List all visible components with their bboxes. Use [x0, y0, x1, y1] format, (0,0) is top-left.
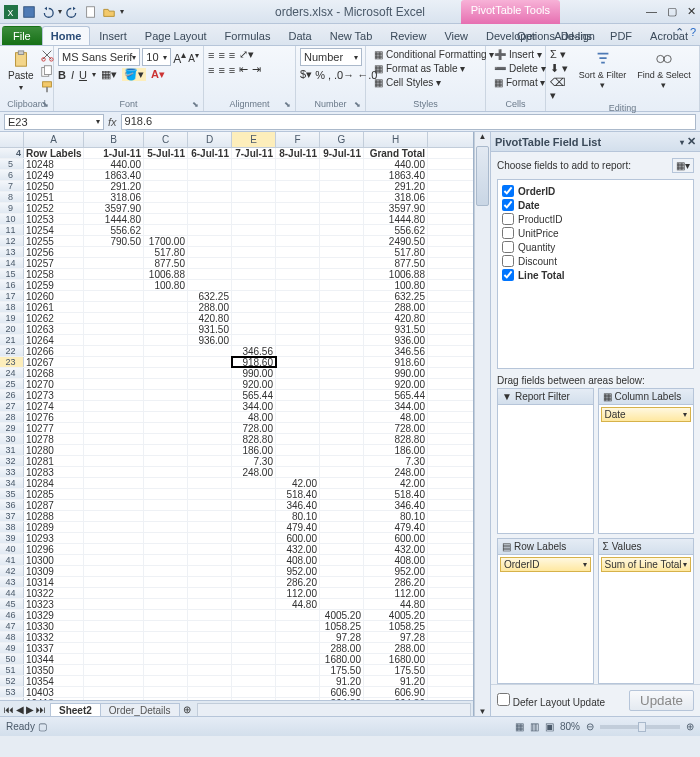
row-53[interactable]: 5310403606.90606.90	[0, 687, 473, 698]
fill-color-button[interactable]: 🪣▾	[122, 68, 146, 81]
row-52[interactable]: 521035491.2091.20	[0, 676, 473, 687]
row-11[interactable]: 1110254556.62556.62	[0, 225, 473, 236]
delete-cells-button[interactable]: ➖Delete ▾	[490, 62, 541, 75]
row-27[interactable]: 2710274344.00344.00	[0, 401, 473, 412]
tab-data[interactable]: Data	[279, 26, 320, 45]
tab-pdf[interactable]: PDF	[601, 26, 641, 45]
tab-new-tab[interactable]: New Tab	[321, 26, 382, 45]
row-24[interactable]: 2410268990.00990.00	[0, 368, 473, 379]
restore-button[interactable]: ▢	[667, 5, 677, 18]
row-15[interactable]: 15102581006.881006.88	[0, 269, 473, 280]
open-icon[interactable]	[102, 5, 116, 19]
row-labels-area-header[interactable]: ▤ Row Labels	[497, 538, 594, 555]
tab-file[interactable]: File	[2, 26, 42, 45]
font-size-combo[interactable]: 10▾	[142, 48, 171, 66]
formula-input[interactable]: 918.6	[121, 114, 696, 130]
scroll-up-icon[interactable]: ▲	[475, 132, 490, 141]
row-29[interactable]: 2910277728.00728.00	[0, 423, 473, 434]
row-5[interactable]: 510248440.00440.00	[0, 159, 473, 170]
panel-menu-icon[interactable]: ▾	[680, 138, 684, 147]
row-7[interactable]: 710250291.20291.20	[0, 181, 473, 192]
field-discount[interactable]: Discount	[502, 254, 689, 268]
currency-icon[interactable]: $▾	[300, 68, 312, 81]
align-left-icon[interactable]: ≡	[208, 64, 214, 76]
field-unitprice[interactable]: UnitPrice	[502, 226, 689, 240]
next-sheet-icon[interactable]: ▶	[26, 704, 34, 715]
row-37[interactable]: 371028880.1080.10	[0, 511, 473, 522]
scroll-thumb[interactable]	[476, 146, 489, 206]
report-filter-area[interactable]	[497, 405, 594, 534]
save-icon[interactable]	[22, 5, 36, 19]
sort-filter-button[interactable]: Sort & Filter ▾	[574, 48, 631, 92]
find-select-button[interactable]: Find & Select ▾	[633, 48, 695, 92]
redo-icon[interactable]	[66, 5, 80, 19]
number-format-combo[interactable]: Number▾	[300, 48, 362, 66]
indent-dec-icon[interactable]: ⇤	[239, 63, 248, 76]
zoom-out-button[interactable]: ⊖	[586, 721, 594, 732]
row-50[interactable]: 50103441680.001680.00	[0, 654, 473, 665]
row-40[interactable]: 4010296432.00432.00	[0, 544, 473, 555]
first-sheet-icon[interactable]: ⏮	[4, 704, 14, 715]
row-item-orderid[interactable]: OrderID▾	[500, 557, 591, 572]
tab-home[interactable]: Home	[42, 26, 91, 45]
zoom-level[interactable]: 80%	[560, 721, 580, 732]
row-26[interactable]: 2610273565.44565.44	[0, 390, 473, 401]
field-layout-button[interactable]: ▦▾	[672, 158, 694, 173]
row-13[interactable]: 1310256517.80517.80	[0, 247, 473, 258]
new-sheet-icon[interactable]: ⊕	[179, 704, 195, 715]
row-9[interactable]: 9102523597.903597.90	[0, 203, 473, 214]
row-30[interactable]: 3010278828.80828.80	[0, 434, 473, 445]
row-32[interactable]: 32102817.307.30	[0, 456, 473, 467]
row-44[interactable]: 4410322112.00112.00	[0, 588, 473, 599]
row-47[interactable]: 47103301058.251058.25	[0, 621, 473, 632]
row-51[interactable]: 5110350175.50175.50	[0, 665, 473, 676]
indent-inc-icon[interactable]: ⇥	[252, 63, 261, 76]
orientation-icon[interactable]: ⤢▾	[239, 48, 254, 61]
vertical-scrollbar[interactable]: ▲ ▼	[474, 132, 490, 716]
row-41[interactable]: 4110300408.00408.00	[0, 555, 473, 566]
row-54[interactable]: 5410418364.80364.80	[0, 698, 473, 700]
font-launcher[interactable]: ⬊	[192, 100, 199, 109]
tab-page-layout[interactable]: Page Layout	[136, 26, 216, 45]
borders-button[interactable]: ▦▾	[101, 68, 117, 81]
row-43[interactable]: 4310314286.20286.20	[0, 577, 473, 588]
row-38[interactable]: 3810289479.40479.40	[0, 522, 473, 533]
tab-design[interactable]: Design	[552, 26, 604, 45]
field-line-total[interactable]: Line Total	[502, 268, 689, 282]
values-area[interactable]: Sum of Line Total▾	[598, 555, 695, 684]
format-painter-icon[interactable]	[40, 80, 54, 94]
minimize-ribbon-icon[interactable]: ⌃	[675, 26, 684, 39]
clear-button[interactable]: ⌫ ▾	[550, 76, 572, 102]
font-color-button[interactable]: A▾	[151, 68, 165, 81]
row-33[interactable]: 3310283248.00248.00	[0, 467, 473, 478]
row-49[interactable]: 4910337288.00288.00	[0, 643, 473, 654]
row-42[interactable]: 4210309952.00952.00	[0, 566, 473, 577]
fill-button[interactable]: ⬇ ▾	[550, 62, 572, 75]
number-launcher[interactable]: ⬊	[354, 100, 361, 109]
col-H[interactable]: H	[364, 132, 428, 147]
comma-icon[interactable]: ,	[328, 69, 331, 81]
format-as-table-button[interactable]: ▦Format as Table ▾	[370, 62, 481, 75]
percent-icon[interactable]: %	[315, 69, 325, 81]
undo-dropdown[interactable]: ▾	[58, 7, 62, 16]
horizontal-scrollbar[interactable]	[197, 703, 472, 717]
col-G[interactable]: G	[320, 132, 364, 147]
row-25[interactable]: 2510270920.00920.00	[0, 379, 473, 390]
row-48[interactable]: 481033297.2897.28	[0, 632, 473, 643]
col-B[interactable]: B	[84, 132, 144, 147]
sheet-tab-sheet2[interactable]: Sheet2	[50, 703, 101, 717]
panel-close-icon[interactable]: ✕	[687, 135, 696, 147]
view-normal-icon[interactable]: ▦	[515, 721, 524, 732]
prev-sheet-icon[interactable]: ◀	[16, 704, 24, 715]
tab-review[interactable]: Review	[381, 26, 435, 45]
report-filter-area-header[interactable]: ▼ Report Filter	[497, 388, 594, 405]
values-item-linetotal[interactable]: Sum of Line Total▾	[601, 557, 692, 572]
row-8[interactable]: 810251318.06318.06	[0, 192, 473, 203]
align-center-icon[interactable]: ≡	[218, 64, 224, 76]
values-area-header[interactable]: Σ Values	[598, 538, 695, 555]
macro-record-icon[interactable]: ▢	[38, 721, 47, 732]
field-quantity[interactable]: Quantity	[502, 240, 689, 254]
conditional-formatting-button[interactable]: ▦Conditional Formatting ▾	[370, 48, 481, 61]
zoom-slider[interactable]	[600, 725, 680, 729]
grow-font-icon[interactable]: A▴	[173, 49, 186, 66]
